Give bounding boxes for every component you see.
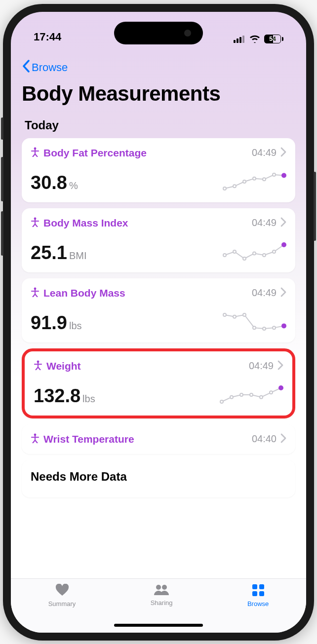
svg-point-37 (156, 585, 161, 590)
svg-point-11 (282, 173, 286, 177)
power-button (314, 172, 316, 241)
card-title: Body Mass Index (43, 217, 252, 229)
svg-rect-39 (252, 584, 257, 589)
person-icon (34, 360, 42, 372)
card-header: Lean Body Mass04:49 (31, 287, 286, 299)
chevron-right-icon (280, 217, 286, 229)
person-icon (31, 217, 40, 229)
sparkline (219, 385, 283, 407)
card-header: Weight04:49 (34, 360, 283, 372)
svg-rect-3 (242, 36, 244, 43)
svg-point-16 (253, 252, 256, 255)
tab-label: Browse (247, 600, 269, 607)
card-time: 04:49 (249, 360, 274, 372)
card-body: 132.8lbs (34, 385, 283, 407)
person-icon (31, 287, 40, 299)
tab-label: Summary (48, 600, 76, 607)
home-indicator (114, 624, 203, 627)
card-header: Body Mass Index04:49 (31, 217, 286, 229)
svg-point-21 (223, 313, 226, 316)
card-title: Body Fat Percentage (43, 147, 252, 159)
svg-point-6 (233, 185, 236, 188)
card-body-mass-index[interactable]: Body Mass Index04:4925.1BMI (22, 208, 295, 272)
svg-point-18 (273, 250, 276, 253)
person-icon (31, 433, 40, 445)
svg-point-29 (220, 400, 223, 403)
svg-rect-2 (239, 37, 241, 43)
svg-point-22 (233, 315, 236, 318)
chevron-right-icon (280, 287, 286, 299)
grid-icon (252, 584, 265, 598)
tab-summary[interactable]: Summary (48, 584, 76, 607)
svg-point-7 (243, 180, 246, 183)
person-icon (31, 147, 40, 159)
chevron-left-icon (22, 59, 31, 76)
svg-point-34 (270, 391, 273, 394)
chevron-right-icon (280, 433, 286, 445)
measurement-value: 30.8% (31, 172, 78, 193)
tab-browse[interactable]: Browse (247, 584, 269, 607)
svg-point-13 (223, 254, 226, 257)
card-wrist-temperature[interactable]: Wrist Temperature04:40 (22, 424, 295, 454)
page-title: Body Measurements (11, 80, 306, 115)
measurement-value: 91.9lbs (31, 312, 82, 334)
svg-rect-40 (259, 584, 264, 589)
card-title: Weight (46, 360, 249, 372)
nav-back-label: Browse (32, 61, 68, 74)
tab-label: Sharing (151, 599, 173, 606)
cards-list: Body Fat Percentage04:4930.8%Body Mass I… (11, 138, 306, 578)
card-time: 04:40 (252, 433, 277, 445)
card-title: Wrist Temperature (43, 433, 252, 445)
svg-point-31 (240, 393, 243, 396)
heart-icon (55, 584, 70, 598)
needs-more-data[interactable]: Needs More Data (22, 460, 295, 497)
svg-rect-1 (237, 38, 238, 43)
svg-point-8 (253, 177, 256, 180)
svg-point-30 (230, 395, 233, 398)
svg-point-5 (223, 187, 226, 190)
svg-rect-41 (252, 591, 257, 596)
svg-point-35 (279, 386, 283, 390)
card-body: 91.9lbs (31, 312, 286, 334)
svg-point-26 (273, 326, 276, 329)
card-body: 30.8% (31, 172, 286, 193)
card-body: 25.1BMI (31, 242, 286, 264)
svg-point-32 (250, 393, 253, 396)
volume-up (1, 157, 3, 201)
sparkline (222, 172, 286, 193)
svg-rect-42 (259, 591, 264, 596)
phone-frame: 17:44 54 Browse Body Measurements Today … (3, 4, 314, 641)
card-weight[interactable]: Weight04:49132.8lbs (22, 348, 295, 418)
card-title: Lean Body Mass (43, 287, 252, 299)
measurement-value: 132.8lbs (34, 385, 95, 407)
svg-rect-0 (234, 40, 236, 43)
sparkline (222, 312, 286, 334)
card-body-fat-percentage[interactable]: Body Fat Percentage04:4930.8% (22, 138, 295, 202)
card-time: 04:49 (252, 147, 277, 158)
status-right: 54 (234, 35, 283, 43)
card-lean-body-mass[interactable]: Lean Body Mass04:4991.9lbs (22, 278, 295, 342)
section-today: Today (11, 115, 306, 138)
svg-point-10 (273, 173, 276, 176)
battery-icon: 54 (264, 35, 283, 43)
svg-point-27 (282, 324, 286, 328)
card-header: Wrist Temperature04:40 (31, 433, 286, 445)
people-icon (153, 584, 170, 597)
svg-point-33 (260, 395, 263, 398)
svg-point-24 (253, 326, 256, 329)
svg-point-17 (263, 254, 266, 257)
tab-sharing[interactable]: Sharing (151, 584, 173, 606)
chevron-right-icon (280, 147, 286, 159)
sparkline (222, 242, 286, 264)
svg-point-14 (233, 250, 236, 253)
card-time: 04:49 (252, 217, 277, 228)
svg-point-38 (162, 585, 167, 590)
status-time: 17:44 (34, 31, 61, 43)
volume-down (1, 211, 3, 256)
cellular-icon (234, 35, 245, 43)
nav-back[interactable]: Browse (11, 46, 306, 80)
svg-point-25 (263, 327, 266, 330)
svg-point-19 (282, 243, 286, 247)
wifi-icon (249, 35, 260, 43)
measurement-value: 25.1BMI (31, 242, 87, 264)
